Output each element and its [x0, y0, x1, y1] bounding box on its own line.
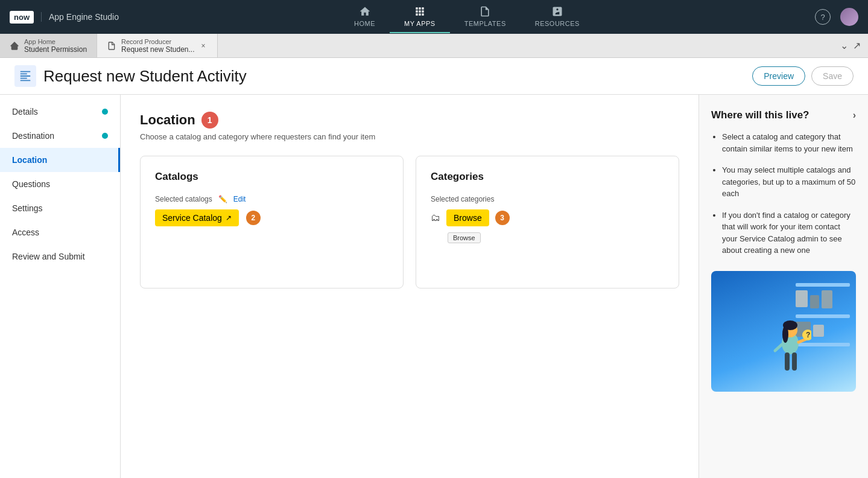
sidebar-item-details[interactable]: Details: [0, 100, 120, 124]
record-tab-close[interactable]: ×: [199, 41, 207, 51]
destination-dot: [102, 133, 108, 139]
nav-home-label: HOME: [354, 20, 375, 27]
user-avatar[interactable]: [840, 8, 858, 26]
sidebar-settings-label: Settings: [12, 203, 43, 213]
studio-label: App Engine Studio: [41, 12, 119, 22]
sidebar-questions-label: Questions: [12, 179, 50, 189]
svg-text:?: ?: [806, 331, 810, 339]
app-home-tab[interactable]: App Home Student Permission: [0, 34, 97, 57]
page-icon: [14, 65, 36, 87]
chevron-down-icon[interactable]: ⌄: [840, 40, 848, 51]
svg-rect-5: [792, 352, 797, 371]
location-header: Location 1: [140, 112, 679, 129]
right-panel-tips: Select a catalog and category that conta…: [711, 131, 856, 257]
catalogs-card: Catalogs Selected catalogs ✏️ Edit Servi…: [140, 156, 404, 288]
nav-right: ?: [815, 8, 858, 26]
record-tab-sublabel: Request new Studen...: [121, 45, 194, 54]
catalog-item-row: Service Catalog ↗ 2: [155, 209, 388, 226]
nav-home[interactable]: HOME: [340, 1, 390, 33]
browse-tag[interactable]: Browse: [446, 209, 489, 226]
page-title: Request new Student Activity: [43, 67, 247, 86]
nav-my-apps[interactable]: MY APPS: [390, 1, 450, 33]
nav-my-apps-label: MY APPS: [404, 20, 436, 27]
browse-label: Browse: [454, 213, 482, 223]
nav-items: HOME MY APPS TEMPLATES RESOURCES: [119, 1, 815, 33]
svg-rect-4: [785, 352, 790, 371]
sidebar: Details Destination Location Questions S…: [0, 95, 121, 478]
nav-templates[interactable]: TEMPLATES: [450, 1, 521, 33]
location-subtitle: Choose a catalog and category where requ…: [140, 132, 679, 141]
right-panel-title-area: Where will this live? ›: [711, 109, 856, 121]
expand-icon[interactable]: ↗: [853, 40, 861, 51]
catalog-badge: 2: [246, 211, 261, 225]
browse-tooltip: Browse: [448, 230, 664, 243]
right-panel-illustration: ?: [711, 271, 856, 392]
service-catalog-label: Service Catalog: [162, 213, 222, 223]
catalogs-card-title: Catalogs: [155, 171, 388, 183]
categories-card-title: Categories: [431, 171, 664, 183]
sidebar-item-access[interactable]: Access: [0, 220, 120, 244]
record-producer-tab[interactable]: Record Producer Request new Studen... ×: [97, 34, 217, 57]
content-area: Location 1 Choose a catalog and category…: [121, 95, 699, 478]
now-logo: now: [10, 11, 34, 24]
shelf-item-3: [822, 290, 832, 308]
app-tab-label: App Home: [24, 38, 87, 45]
illustration-figure: ?: [769, 313, 811, 392]
catalogs-edit-link[interactable]: Edit: [233, 195, 246, 203]
right-panel-tip-1: Select a catalog and category that conta…: [722, 131, 856, 155]
sidebar-details-label: Details: [12, 107, 38, 116]
logo-area: now App Engine Studio: [10, 11, 119, 24]
tab-bar-right: ⌄ ↗: [840, 34, 868, 57]
svg-line-7: [775, 345, 782, 351]
shelf-1: [796, 283, 850, 287]
sidebar-access-label: Access: [12, 228, 39, 237]
right-panel: Where will this live? › Select a catalog…: [699, 95, 868, 478]
shelf-item-2: [810, 295, 819, 308]
location-title: Location: [140, 112, 195, 128]
location-badge: 1: [201, 112, 218, 129]
folder-icon: 🗂: [431, 212, 440, 223]
nav-templates-label: TEMPLATES: [464, 20, 506, 27]
main-layout: Details Destination Location Questions S…: [0, 95, 868, 478]
nav-resources-label: RESOURCES: [535, 20, 580, 27]
page-header: Request new Student Activity Preview Sav…: [0, 58, 868, 95]
categories-item-row: 🗂 Browse 3: [431, 209, 664, 226]
external-link-icon: ↗: [226, 214, 232, 222]
sidebar-item-questions[interactable]: Questions: [0, 172, 120, 196]
shelf-item-5: [813, 325, 824, 337]
right-panel-tip-2: You may select multiple catalogs and cat…: [722, 164, 856, 200]
categories-badge: 3: [495, 211, 510, 225]
preview-button[interactable]: Preview: [752, 66, 805, 86]
svg-point-3: [782, 326, 788, 343]
app-tab-sublabel: Student Permission: [24, 45, 87, 54]
page-title-area: Request new Student Activity: [14, 65, 247, 87]
sidebar-item-settings[interactable]: Settings: [0, 196, 120, 220]
help-button[interactable]: ?: [815, 9, 831, 25]
categories-card: Categories Selected categories 🗂 Browse …: [416, 156, 679, 288]
app-home-tab-text: App Home Student Permission: [24, 38, 87, 54]
sidebar-item-review-submit[interactable]: Review and Submit: [0, 244, 120, 269]
categories-selected-label: Selected categories: [431, 195, 664, 203]
right-panel-title: Where will this live?: [711, 109, 809, 121]
sidebar-item-location[interactable]: Location: [0, 148, 120, 172]
nav-resources[interactable]: RESOURCES: [521, 1, 594, 33]
shelf-item-1: [796, 290, 808, 307]
browse-tooltip-text: Browse: [448, 232, 481, 243]
record-tab-text: Record Producer Request new Studen...: [121, 38, 194, 54]
page-header-actions: Preview Save: [752, 66, 854, 86]
cards-row: Catalogs Selected catalogs ✏️ Edit Servi…: [140, 156, 679, 288]
details-dot: [102, 109, 108, 115]
sidebar-location-label: Location: [12, 155, 47, 165]
sidebar-review-label: Review and Submit: [12, 252, 85, 261]
sidebar-destination-label: Destination: [12, 131, 54, 141]
service-catalog-tag[interactable]: Service Catalog ↗: [155, 209, 239, 226]
top-nav: now App Engine Studio HOME MY APPS TEMPL…: [0, 0, 868, 34]
record-tab-label: Record Producer: [121, 38, 194, 45]
catalogs-selected-label: Selected catalogs ✏️ Edit: [155, 195, 388, 203]
tab-bar: App Home Student Permission Record Produ…: [0, 34, 868, 58]
right-panel-chevron-icon[interactable]: ›: [853, 110, 856, 121]
right-panel-tip-3: If you don't find a catalog or category …: [722, 209, 856, 257]
save-button[interactable]: Save: [811, 66, 854, 86]
sidebar-item-destination[interactable]: Destination: [0, 124, 120, 148]
